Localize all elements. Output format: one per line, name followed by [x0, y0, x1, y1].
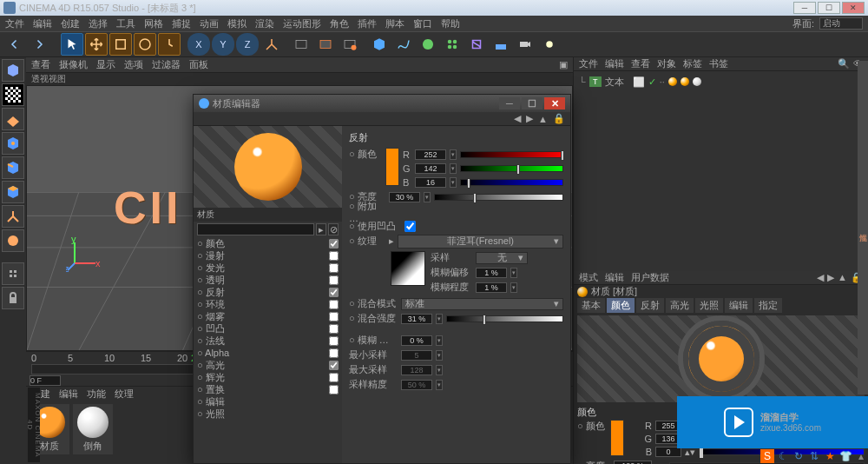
menu-tools[interactable]: 工具 — [116, 17, 135, 30]
om-menu-objects[interactable]: 对象 — [657, 57, 676, 70]
channel-row[interactable]: ○ 编辑 — [197, 395, 339, 408]
window-minimize-button[interactable]: ─ — [793, 2, 816, 14]
light-button[interactable] — [538, 33, 561, 56]
g-field[interactable] — [415, 163, 446, 174]
channel-checkbox[interactable] — [329, 385, 339, 394]
blur-offset-field[interactable] — [476, 268, 507, 278]
vp-menu-camera[interactable]: 摄像机 — [59, 58, 88, 71]
channel-row[interactable]: ○ 漫射 — [197, 249, 339, 262]
menu-render[interactable]: 渲染 — [255, 17, 274, 30]
om-menu-tags[interactable]: 标签 — [683, 57, 702, 70]
menu-create[interactable]: 创建 — [61, 17, 80, 30]
channel-row[interactable]: ○ 烟雾 — [197, 310, 339, 322]
texture-menu-icon[interactable]: ▸ — [389, 235, 394, 247]
channel-row[interactable]: ○ 凹凸 — [197, 322, 339, 335]
nav-back-icon[interactable]: ◀ — [514, 113, 521, 124]
om-menu-bookmarks[interactable]: 书签 — [709, 57, 728, 70]
tab-illum[interactable]: 光照 — [695, 298, 723, 313]
material-preview[interactable] — [194, 126, 342, 208]
window-maximize-button[interactable]: ☐ — [818, 2, 840, 14]
spinner-icon[interactable]: ▴▾ — [655, 461, 666, 465]
spinner-icon[interactable]: ▾ — [450, 149, 457, 160]
tray-icon[interactable]: 👕 — [838, 449, 852, 463]
channel-row[interactable]: ○ 发光 — [197, 262, 339, 274]
tab-basic[interactable]: 基本 — [577, 298, 605, 313]
scale-tool[interactable] — [109, 33, 132, 56]
material-tag-icon[interactable] — [693, 77, 701, 86]
nurbs-button[interactable] — [417, 33, 439, 56]
spinner-icon[interactable]: ▾ — [450, 177, 457, 188]
axis-icon[interactable] — [2, 205, 24, 228]
layout-field[interactable] — [819, 17, 863, 30]
channel-checkbox[interactable] — [329, 275, 339, 285]
primitive-cube-button[interactable] — [368, 33, 391, 56]
tray-icon[interactable]: S — [760, 449, 774, 463]
tab-assign[interactable]: 指定 — [754, 298, 782, 313]
dialog-titlebar[interactable]: 材质编辑器 ─ ☐ ✕ — [194, 95, 570, 112]
texture-mode-icon[interactable] — [2, 83, 24, 106]
clear-icon[interactable]: ⊘ — [328, 223, 339, 235]
r-field[interactable] — [415, 149, 446, 160]
object-row[interactable]: └ T 文本 ⬜ ✓ ·· — [579, 75, 863, 89]
vp-menu-filter[interactable]: 过滤器 — [152, 58, 181, 71]
material-thumb[interactable]: 倒角 — [73, 404, 113, 454]
channel-row[interactable]: ○ 颜色 — [197, 237, 339, 249]
menu-select[interactable]: 选择 — [89, 17, 108, 30]
channel-checkbox[interactable] — [329, 300, 339, 309]
attr-menu-edit[interactable]: 编辑 — [605, 271, 624, 284]
array-button[interactable] — [441, 33, 464, 56]
menu-simulate[interactable]: 模拟 — [227, 17, 247, 30]
channel-checkbox[interactable] — [329, 336, 339, 346]
model-mode-icon[interactable] — [2, 59, 24, 82]
channel-checkbox[interactable] — [329, 239, 339, 249]
menu-edit[interactable]: 编辑 — [33, 17, 52, 30]
channel-checkbox[interactable] — [329, 251, 339, 261]
channel-checkbox[interactable] — [329, 361, 339, 370]
tab-editor[interactable]: 编辑 — [725, 298, 753, 313]
spinner-icon[interactable]: ▾ — [510, 282, 517, 293]
blend-mode-dropdown[interactable]: 标准▾ — [401, 298, 563, 310]
timeline-start-field[interactable] — [30, 375, 61, 386]
material-tag-icon[interactable] — [681, 77, 689, 86]
channel-checkbox[interactable] — [329, 348, 339, 358]
menu-script[interactable]: 脚本 — [385, 17, 404, 30]
redo-button[interactable] — [28, 33, 50, 56]
rotate-tool[interactable] — [134, 33, 156, 56]
spinner-icon[interactable]: ▾ — [450, 163, 457, 174]
snap-icon[interactable] — [2, 262, 24, 285]
attr-menu-mode[interactable]: 模式 — [579, 271, 598, 284]
render-view-button[interactable] — [290, 33, 312, 56]
camera-button[interactable] — [514, 33, 536, 56]
blend-strength-slider[interactable] — [446, 315, 563, 322]
channel-checkbox[interactable] — [329, 263, 339, 273]
channel-checkbox[interactable] — [329, 324, 339, 334]
spinner-icon[interactable]: ▾ — [510, 268, 517, 278]
dialog-maximize-button[interactable]: ☐ — [522, 97, 542, 109]
3d-text-object[interactable]: CII — [114, 182, 181, 234]
spline-button[interactable] — [392, 33, 415, 56]
rough-field[interactable] — [401, 335, 432, 346]
tray-moon-icon[interactable]: ☾ — [776, 449, 790, 463]
nav-up-icon[interactable]: ▲ — [538, 114, 548, 124]
tray-icon[interactable]: ★ — [823, 449, 837, 463]
vp-menu-options[interactable]: 选项 — [124, 58, 143, 71]
select-tool[interactable] — [61, 33, 83, 56]
attr-brightness-field[interactable] — [614, 461, 652, 464]
om-menu-file[interactable]: 文件 — [579, 57, 598, 70]
vp-menu-display[interactable]: 显示 — [96, 58, 115, 71]
dialog-minimize-button[interactable]: ─ — [499, 97, 520, 109]
channel-row[interactable]: ○ 环境 — [197, 298, 339, 310]
spinner-icon[interactable]: ▾ — [436, 314, 443, 324]
axis-z-button[interactable]: Z — [236, 33, 259, 56]
menu-animate[interactable]: 动画 — [200, 17, 219, 30]
blend-strength-field[interactable] — [401, 314, 432, 324]
move-tool[interactable] — [85, 33, 108, 56]
texture-thumbnail[interactable] — [391, 251, 425, 286]
tab-reflection[interactable]: 反射 — [636, 298, 664, 313]
dialog-close-button[interactable]: ✕ — [544, 97, 565, 109]
channel-row[interactable]: ○ 高光 — [197, 359, 339, 371]
workplane-icon[interactable] — [2, 108, 24, 130]
attr-menu-userdata[interactable]: 用户数据 — [631, 271, 669, 284]
menu-snap[interactable]: 捕捉 — [172, 17, 191, 30]
environment-button[interactable] — [490, 33, 512, 56]
